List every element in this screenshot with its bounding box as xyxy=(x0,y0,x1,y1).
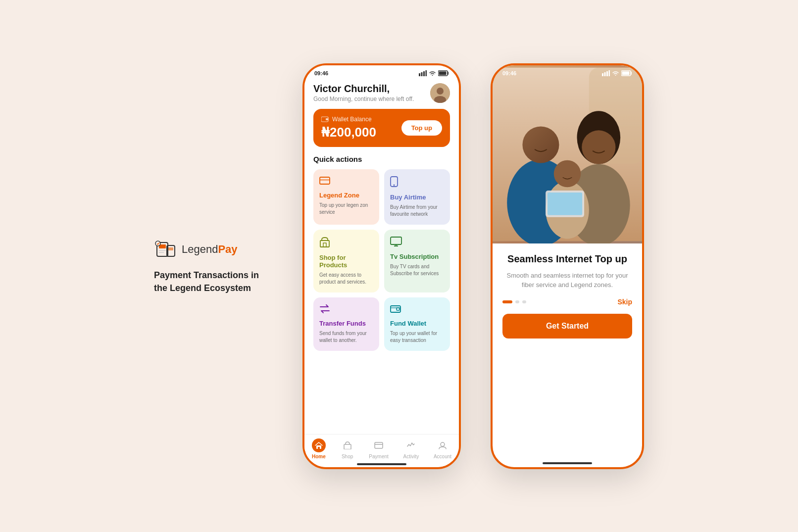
shop-nav-svg xyxy=(344,441,351,449)
wallet-icon xyxy=(321,116,329,122)
legend-zone-desc: Top up your legen zon service xyxy=(319,202,373,216)
time-main: 09:46 xyxy=(314,70,328,76)
mobile-icon xyxy=(390,176,398,187)
status-icons-main xyxy=(419,70,449,76)
svg-point-50 xyxy=(554,160,581,187)
svg-rect-37 xyxy=(604,72,606,76)
transfer-desc: Send funds from your wallet to another. xyxy=(319,330,373,344)
payment-nav-icon xyxy=(372,438,386,452)
status-bar-onboarding: 09:46 xyxy=(493,65,642,79)
svg-rect-32 xyxy=(344,444,351,449)
payment-nav-svg xyxy=(374,442,383,449)
tv-icon xyxy=(390,237,444,249)
battery-icon xyxy=(438,70,449,76)
branding-section: LegendPay Payment Transactions in the Le… xyxy=(154,238,273,294)
account-nav-label: Account xyxy=(434,454,451,459)
svg-rect-23 xyxy=(323,243,326,247)
creditcard-icon xyxy=(319,176,330,185)
home-indicator xyxy=(357,463,406,465)
svg-rect-12 xyxy=(439,71,447,75)
legend-zone-icon xyxy=(319,176,373,188)
tagline: Payment Transactions in the Legend Ecosy… xyxy=(154,269,263,294)
activity-nav-icon xyxy=(404,438,418,452)
status-icons-onboarding xyxy=(602,70,632,76)
svg-rect-36 xyxy=(602,73,603,76)
avatar-image xyxy=(430,83,450,103)
status-bar-main: 09:46 xyxy=(304,65,459,79)
wallet-balance: ₦200,000 xyxy=(321,125,376,140)
shop-nav-label: Shop xyxy=(342,454,353,459)
quick-actions-title: Quick actions xyxy=(313,155,450,163)
action-transfer[interactable]: Transfer Funds Send funds from your wall… xyxy=(313,297,379,351)
topup-button[interactable]: Top up xyxy=(401,120,442,136)
buy-airtime-title: Buy Airtime xyxy=(390,193,444,201)
onboarding-title: Seamless Internet Top up xyxy=(502,253,632,265)
user-greeting: Good Morning, continue where left off. xyxy=(313,96,414,102)
nav-account[interactable]: Account xyxy=(434,438,451,459)
svg-rect-38 xyxy=(606,71,608,76)
dot-active xyxy=(502,300,512,303)
svg-rect-28 xyxy=(397,308,399,310)
family-illustration xyxy=(493,65,642,243)
nav-payment[interactable]: Payment xyxy=(369,438,388,459)
logo-row: LegendPay xyxy=(154,238,273,261)
payment-nav-label: Payment xyxy=(369,454,388,459)
main-content: Victor Churchill, Good Morning, continue… xyxy=(304,79,459,461)
transfer-title: Transfer Funds xyxy=(319,320,373,327)
svg-rect-8 xyxy=(421,72,423,76)
nav-home[interactable]: Home xyxy=(312,438,326,459)
action-tv-sub[interactable]: Tv Subscription Buy TV cards and Subscri… xyxy=(384,230,450,292)
svg-rect-10 xyxy=(426,70,427,76)
svg-point-21 xyxy=(394,184,395,186)
television-icon xyxy=(390,237,402,246)
legend-pay-logo-icon xyxy=(154,238,178,261)
svg-point-14 xyxy=(437,88,444,95)
battery-icon-2 xyxy=(621,70,632,76)
arrows-icon xyxy=(319,304,330,313)
svg-rect-24 xyxy=(391,237,401,244)
bottom-navigation: Home Shop Payment xyxy=(304,434,459,467)
nav-shop[interactable]: Shop xyxy=(341,438,354,459)
svg-point-35 xyxy=(441,442,445,446)
action-legend-zone[interactable]: Legend Zone Top up your legen zon servic… xyxy=(313,169,379,225)
user-name: Victor Churchill, xyxy=(313,83,414,95)
shop-icon xyxy=(319,237,373,250)
action-fund-wallet[interactable]: Fund Wallet Top up your wallet for easy … xyxy=(384,297,450,351)
onboarding-content: Seamless Internet Top up Smooth and seam… xyxy=(493,243,642,378)
get-started-button[interactable]: Get Started xyxy=(502,314,632,339)
store-icon xyxy=(319,237,330,247)
home-indicator-2 xyxy=(543,462,592,464)
dot-3 xyxy=(522,300,526,303)
nav-activity[interactable]: Activity xyxy=(403,438,419,459)
action-buy-airtime[interactable]: Buy Airtime Buy Airtime from your favour… xyxy=(384,169,450,225)
wifi-icon-2 xyxy=(612,70,619,76)
wallet2-icon xyxy=(390,304,401,313)
quick-actions-grid: Legend Zone Top up your legen zon servic… xyxy=(313,169,450,351)
progress-dots xyxy=(502,300,526,303)
svg-rect-52 xyxy=(548,192,582,215)
skip-button[interactable]: Skip xyxy=(617,298,632,306)
legend-zone-title: Legend Zone xyxy=(319,192,373,199)
logo-text: LegendPay xyxy=(182,243,238,256)
tv-sub-title: Tv Subscription xyxy=(390,253,444,260)
fund-wallet-desc: Top up your wallet for easy transaction xyxy=(390,330,444,344)
svg-rect-27 xyxy=(391,306,400,312)
svg-rect-17 xyxy=(326,118,328,120)
svg-rect-7 xyxy=(419,73,420,76)
progress-dots-row: Skip xyxy=(502,298,632,306)
svg-rect-33 xyxy=(375,442,383,448)
user-avatar[interactable] xyxy=(430,83,450,103)
svg-rect-39 xyxy=(609,70,610,76)
time-onboarding: 09:46 xyxy=(502,70,516,76)
dot-2 xyxy=(515,300,519,303)
page-container: LegendPay Payment Transactions in the Le… xyxy=(0,0,798,532)
svg-rect-31 xyxy=(318,447,320,449)
onboarding-description: Smooth and seamless internet top for you… xyxy=(502,271,632,290)
shop-desc: Get easy access to product and services. xyxy=(319,272,373,286)
user-info: Victor Churchill, Good Morning, continue… xyxy=(313,83,414,102)
action-shop[interactable]: Shop for Products Get easy access to pro… xyxy=(313,230,379,292)
phone-icon xyxy=(390,176,444,190)
home-nav-icon xyxy=(312,438,326,452)
fund-wallet-icon xyxy=(390,304,444,316)
svg-rect-19 xyxy=(320,179,330,181)
